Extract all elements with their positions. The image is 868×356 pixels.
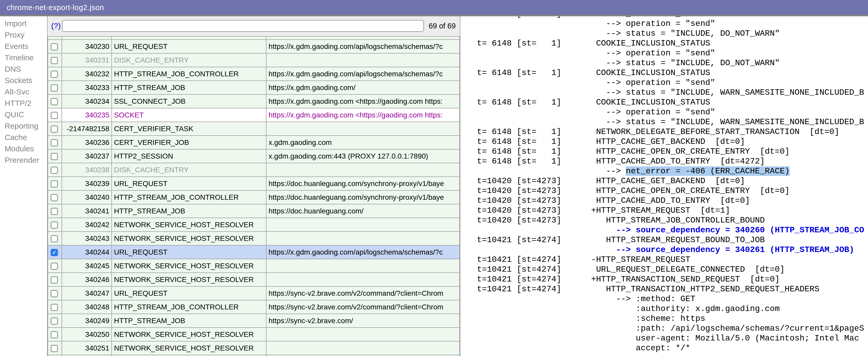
- source-id: 340233: [62, 81, 112, 94]
- row-checkbox[interactable]: [51, 263, 58, 270]
- log-text: --> operation = "send": [477, 19, 715, 28]
- log-line: t=10420 [st=4273] HTTP_STREAM_JOB_CONTRO…: [477, 215, 868, 225]
- main-panel: (?) 69 of 69 340230URL_REQUESThttps://x.…: [47, 16, 460, 356]
- log-line: t= 6148 [st= 1] HTTP_CACHE_GET_BACKEND […: [477, 137, 868, 147]
- sidebar-item-alt-svc[interactable]: Alt-Svc: [0, 86, 47, 97]
- table-row[interactable]: 340235SOCKEThttps://x.gdm.gaoding.com <h…: [48, 108, 460, 122]
- source-description: https://x.gdm.gaoding.com <https://gaodi…: [266, 108, 460, 122]
- sidebar-item-dns[interactable]: DNS: [0, 63, 47, 75]
- row-checkbox-cell: [48, 259, 62, 273]
- row-checkbox[interactable]: [51, 57, 58, 64]
- row-checkbox[interactable]: [51, 290, 58, 297]
- source-description: x.gdm.gaoding.com: [266, 136, 460, 149]
- row-checkbox[interactable]: [51, 167, 58, 174]
- sidebar-item-proxy[interactable]: Proxy: [0, 29, 47, 40]
- sidebar-item-quic[interactable]: QUIC: [0, 109, 47, 120]
- filter-input[interactable]: [62, 20, 424, 32]
- table-row[interactable]: 340230URL_REQUESThttps://x.gdm.gaoding.c…: [48, 39, 460, 53]
- source-type: HTTP_STREAM_JOB: [112, 81, 266, 94]
- table-row[interactable]: 340232HTTP_STREAM_JOB_CONTROLLERhttps://…: [48, 67, 460, 81]
- table-row[interactable]: ✓340244URL_REQUESThttps://x.gdm.gaoding.…: [48, 245, 460, 259]
- sidebar-item-modules[interactable]: Modules: [0, 143, 47, 154]
- table-row[interactable]: 340231DISK_CACHE_ENTRY: [48, 53, 460, 67]
- row-checkbox[interactable]: [51, 84, 58, 92]
- source-id: 340251: [62, 341, 112, 355]
- sidebar-item-events[interactable]: Events: [0, 40, 47, 52]
- table-row[interactable]: 340236CERT_VERIFIER_JOBx.gdm.gaoding.com: [48, 136, 460, 149]
- source-type: URL_REQUEST: [112, 287, 266, 300]
- log-line: t=10420 [st=4273] +HTTP_STREAM_REQUEST […: [477, 206, 868, 215]
- source-description: [266, 36, 460, 39]
- filter-help-link[interactable]: (?): [51, 22, 61, 30]
- table-row[interactable]: 340240HTTP_STREAM_JOB_CONTROLLERhttps://…: [48, 190, 460, 204]
- log-text: :path: /api/logschema/schemas/?current=1…: [477, 324, 864, 333]
- table-row[interactable]: 340239URL_REQUESThttps://doc.huanleguang…: [48, 177, 460, 190]
- source-type: CERT_VERIFIER_TASK: [112, 122, 266, 136]
- source-type: NETWORK_SERVICE_HOST_RESOLVER: [112, 232, 266, 245]
- row-checkbox[interactable]: [51, 180, 58, 187]
- table-row[interactable]: 340250NETWORK_SERVICE_HOST_RESOLVER: [48, 328, 460, 341]
- sidebar-item-timeline[interactable]: Timeline: [0, 52, 47, 63]
- log-line: t=10421 [st=4274] HTTP_TRANSACTION_HTTP2…: [477, 284, 868, 294]
- source-id: 340242: [62, 218, 112, 232]
- log-line: --> status = "INCLUDE, WARN_SAMESITE_NON…: [477, 88, 868, 97]
- sidebar-item-cache[interactable]: Cache: [0, 132, 47, 143]
- sidebar-item-http-2[interactable]: HTTP/2: [0, 97, 47, 109]
- source-id: 340241: [62, 204, 112, 218]
- log-line: --> operation = "send": [477, 78, 868, 88]
- row-checkbox[interactable]: [51, 194, 58, 201]
- sidebar-item-sockets[interactable]: Sockets: [0, 75, 47, 86]
- row-checkbox-cell: [48, 81, 62, 94]
- table-row[interactable]: 340245NETWORK_SERVICE_HOST_RESOLVER: [48, 259, 460, 273]
- table-row[interactable]: 340243NETWORK_SERVICE_HOST_RESOLVER: [48, 232, 460, 245]
- source-description: [266, 218, 460, 232]
- row-checkbox-cell: [48, 341, 62, 355]
- table-row-partial-bottom[interactable]: [48, 355, 460, 356]
- row-checkbox[interactable]: [51, 345, 58, 352]
- log-text: t= 6148 [st= 1] COOKIE_INCLUSION_STATUS: [477, 38, 710, 48]
- row-checkbox[interactable]: [51, 43, 58, 51]
- table-row[interactable]: 340238DISK_CACHE_ENTRY: [48, 163, 460, 177]
- table-row[interactable]: 340241HTTP_STREAM_JOBhttps://doc.huanleg…: [48, 204, 460, 218]
- row-checkbox[interactable]: [51, 276, 58, 284]
- row-checkbox[interactable]: [51, 125, 58, 133]
- row-checkbox[interactable]: [51, 139, 58, 146]
- row-checkbox[interactable]: [51, 235, 58, 242]
- row-checkbox-cell: [48, 232, 62, 245]
- source-id: 340250: [62, 328, 112, 341]
- row-checkbox-cell: [48, 36, 62, 39]
- source-id: [62, 355, 112, 356]
- sidebar-item-reporting[interactable]: Reporting: [0, 120, 47, 132]
- table-row[interactable]: 340247URL_REQUESThttps://sync-v2.brave.c…: [48, 287, 460, 300]
- table-row[interactable]: 340249HTTP_STREAM_JOBhttps://sync-v2.bra…: [48, 314, 460, 328]
- source-type: NETWORK_SERVICE_HOST_RESOLVER: [112, 341, 266, 355]
- row-checkbox[interactable]: [51, 208, 58, 215]
- table-row[interactable]: 340251NETWORK_SERVICE_HOST_RESOLVER: [48, 341, 460, 355]
- row-checkbox[interactable]: [51, 98, 58, 105]
- row-checkbox[interactable]: [51, 304, 58, 311]
- source-id: 340232: [62, 67, 112, 81]
- table-row[interactable]: 340234SSL_CONNECT_JOBhttps://x.gdm.gaodi…: [48, 94, 460, 108]
- table-row[interactable]: 340233HTTP_STREAM_JOBhttps://x.gdm.gaodi…: [48, 81, 460, 94]
- table-row[interactable]: 340242NETWORK_SERVICE_HOST_RESOLVER: [48, 218, 460, 232]
- source-dependency-link[interactable]: --> source_dependency = 340260 (HTTP_STR…: [616, 225, 864, 235]
- source-id: 340230: [62, 39, 112, 53]
- table-row-partial-top[interactable]: [48, 36, 460, 39]
- sidebar-item-import[interactable]: Import: [0, 18, 47, 29]
- row-checkbox[interactable]: [51, 331, 58, 338]
- table-row[interactable]: 340237HTTP2_SESSIONx.gdm.gaoding.com:443…: [48, 149, 460, 163]
- sidebar-item-prerender[interactable]: Prerender: [0, 154, 47, 166]
- row-checkbox-checked[interactable]: ✓: [51, 249, 58, 256]
- table-row[interactable]: 340246NETWORK_SERVICE_HOST_RESOLVER: [48, 273, 460, 287]
- row-checkbox[interactable]: [51, 318, 58, 325]
- row-checkbox[interactable]: [51, 112, 58, 119]
- row-checkbox[interactable]: [51, 221, 58, 229]
- source-dependency-link[interactable]: --> source_dependency = 340261 (HTTP_STR…: [616, 245, 854, 255]
- log-line: --> :method: GET: [477, 294, 868, 304]
- table-row[interactable]: -2147482158CERT_VERIFIER_TASK: [48, 122, 460, 136]
- sidebar: ImportProxyEventsTimelineDNSSocketsAlt-S…: [0, 16, 47, 356]
- row-checkbox[interactable]: [51, 153, 58, 160]
- table-row[interactable]: 340248HTTP_STREAM_JOB_CONTROLLERhttps://…: [48, 300, 460, 314]
- row-checkbox[interactable]: [51, 71, 58, 78]
- log-line: t= 6148 [st= 1] HTTP_CACHE_OPEN_OR_CREAT…: [477, 147, 868, 156]
